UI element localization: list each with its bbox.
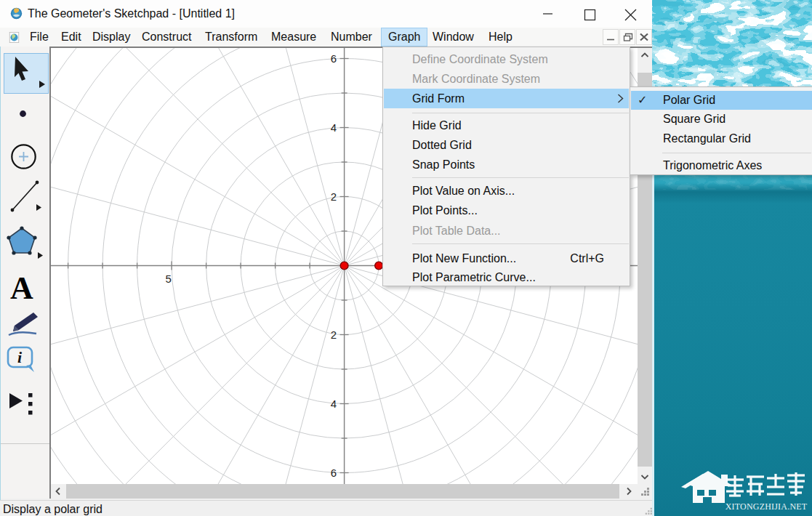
svg-text:5: 5 [165, 273, 171, 285]
svg-text:6: 6 [331, 52, 337, 65]
svg-text:XITONGZHIJIA.NET: XITONGZHIJIA.NET [725, 501, 808, 512]
svg-text:2: 2 [331, 328, 337, 341]
svg-text:4: 4 [331, 398, 337, 410]
svg-text:i: i [17, 348, 23, 366]
svg-text:6: 6 [331, 467, 337, 479]
svg-text:2: 2 [331, 190, 337, 203]
svg-text:4: 4 [331, 121, 337, 134]
